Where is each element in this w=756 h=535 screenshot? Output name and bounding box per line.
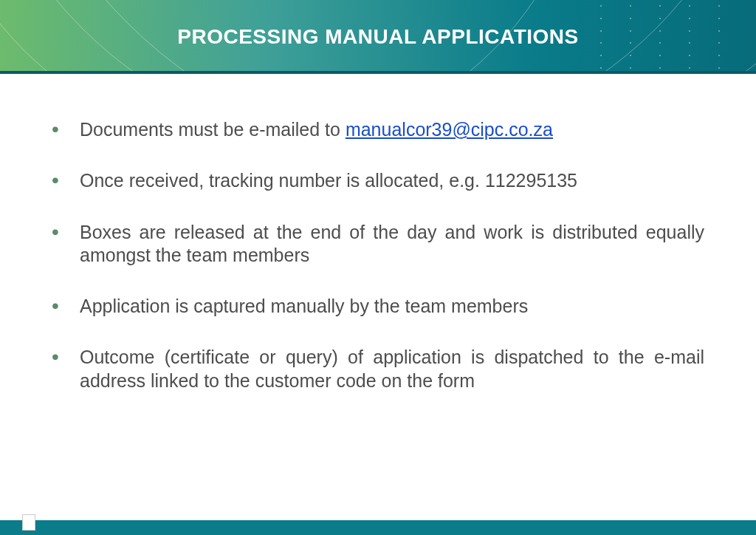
decorative-dots xyxy=(586,0,734,74)
list-item: Once received, tracking number is alloca… xyxy=(52,169,704,192)
slide: PROCESSING MANUAL APPLICATIONS Documents… xyxy=(0,0,756,535)
slide-header: PROCESSING MANUAL APPLICATIONS xyxy=(0,0,756,74)
list-item: Outcome (certificate or query) of applic… xyxy=(52,346,704,392)
bullet-list: Documents must be e-mailed to manualcor3… xyxy=(52,118,704,392)
slide-footer xyxy=(0,520,756,535)
list-item: Documents must be e-mailed to manualcor3… xyxy=(52,118,704,141)
bullet-text: Documents must be e-mailed to xyxy=(80,119,346,140)
slide-content: Documents must be e-mailed to manualcor3… xyxy=(0,74,756,392)
list-item: Application is captured manually by the … xyxy=(52,295,704,318)
slide-title: PROCESSING MANUAL APPLICATIONS xyxy=(177,25,578,49)
email-link[interactable]: manualcor39@cipc.co.za xyxy=(346,119,553,140)
list-item: Boxes are released at the end of the day… xyxy=(52,221,704,268)
page-marker-box xyxy=(22,514,35,531)
